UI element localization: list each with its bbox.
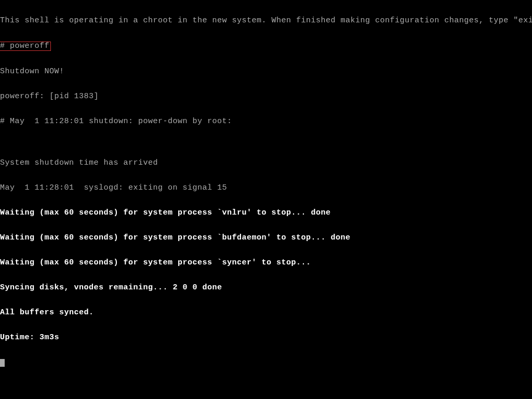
prompt: # bbox=[0, 42, 10, 50]
console-line: Syncing disks, vnodes remaining... 2 0 0… bbox=[0, 284, 532, 292]
console-line: Waiting (max 60 seconds) for system proc… bbox=[0, 259, 532, 267]
console-line: This shell is operating in a chroot in t… bbox=[0, 17, 532, 25]
console-line: Waiting (max 60 seconds) for system proc… bbox=[0, 234, 532, 242]
console-line-highlighted: # poweroff bbox=[0, 42, 532, 51]
command-highlight: # poweroff bbox=[0, 42, 51, 51]
console-line: poweroff: [pid 1383] bbox=[0, 92, 532, 101]
console-line: # May 1 11:28:01 shutdown: power-down by… bbox=[0, 117, 532, 126]
terminal-console[interactable]: This shell is operating in a chroot in t… bbox=[0, 0, 532, 375]
console-line: System shutdown time has arrived bbox=[0, 159, 532, 167]
console-line: Uptime: 3m3s bbox=[0, 334, 532, 342]
console-line: May 1 11:28:01 syslogd: exiting on signa… bbox=[0, 184, 532, 192]
console-line: Shutdown NOW! bbox=[0, 68, 532, 76]
cursor-block bbox=[0, 359, 5, 367]
console-line: Waiting (max 60 seconds) for system proc… bbox=[0, 209, 532, 217]
command-text: poweroff bbox=[10, 42, 49, 50]
console-line: All buffers synced. bbox=[0, 309, 532, 317]
cursor-line bbox=[0, 358, 532, 367]
